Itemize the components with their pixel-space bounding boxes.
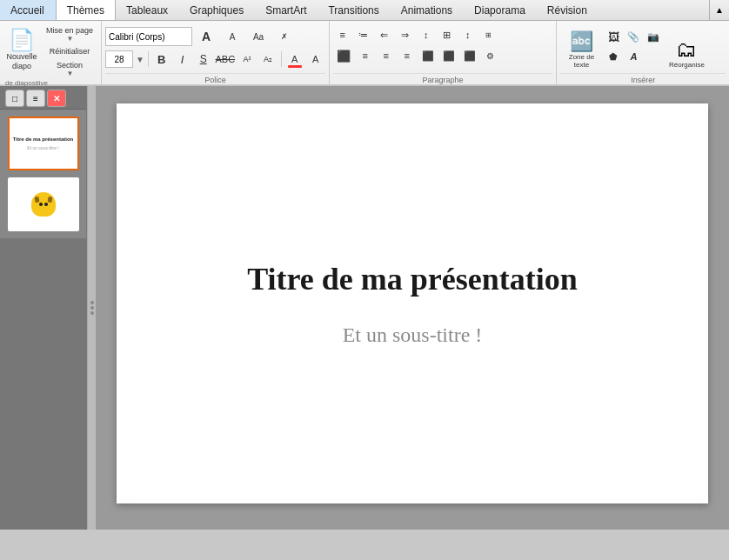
sidebar-panel-buttons: □ ≡ ✕ <box>0 86 87 110</box>
scroll-dot-2 <box>90 306 94 310</box>
menu-transitions[interactable]: Transitions <box>318 0 390 20</box>
font-theme-btn[interactable]: Aa <box>246 25 271 48</box>
ribbon-group-police: A A Aa ✗ ▼ B I S ABC A² A₂ <box>102 21 330 84</box>
ribbon: 📄 Nouvellediapo Mise en page ▼ Réinitial… <box>0 21 729 86</box>
indent-increase-btn[interactable]: ⇒ <box>396 25 415 44</box>
align-justify-btn[interactable]: ≡ <box>398 46 417 65</box>
panel-view-btn-list[interactable]: ≡ <box>26 90 45 107</box>
insert-shapes-btn[interactable]: ⬟ <box>604 47 623 66</box>
reorganize-button[interactable]: 🗂 Réorganise <box>665 25 708 72</box>
scroll-dot-1 <box>90 301 94 304</box>
ribbon-group-diapositives: 📄 Nouvellediapo Mise en page ▼ Réinitial… <box>0 21 102 84</box>
font-size-input[interactable] <box>105 50 133 68</box>
insert-picture-btn[interactable]: 🖼 <box>604 27 623 46</box>
slide-thumb-2-inner <box>10 179 77 230</box>
textbox-icon: 🔤 <box>570 31 593 52</box>
font-size-up[interactable]: A <box>220 25 244 48</box>
line-spacing-btn[interactable]: ↕ <box>458 25 478 44</box>
separator-2 <box>281 51 282 67</box>
italic-button[interactable]: I <box>173 50 192 69</box>
eye-left <box>39 203 43 206</box>
reorganize-icon: 🗂 <box>676 39 697 60</box>
align-bottom-btn[interactable]: ⬛ <box>460 46 479 65</box>
slide-panel: Titre de ma présentation Et un sous-titr… <box>96 86 729 530</box>
subscript-button[interactable]: A₂ <box>258 50 278 69</box>
slides-sidebar: 1 Titre de ma présentation Et un sous-ti… <box>0 110 87 238</box>
strikethrough-button[interactable]: ABC <box>215 50 236 69</box>
insert-clip-btn[interactable]: 📎 <box>624 27 643 46</box>
new-slide-button[interactable]: 📄 Nouvellediapo <box>3 25 40 77</box>
indent-decrease-btn[interactable]: ⇐ <box>375 25 394 44</box>
menu-graphiques[interactable]: Graphiques <box>179 0 255 20</box>
textbox-button[interactable]: 🔤 Zone de texte <box>560 25 602 72</box>
ear-right <box>47 197 52 203</box>
inserer-controls: 🔤 Zone de texte 🖼 📎 📷 ⬟ A <box>560 23 726 73</box>
bold-button[interactable]: B <box>152 50 171 69</box>
panel-close-btn[interactable]: ✕ <box>47 90 66 107</box>
numbered-list-btn[interactable]: ≔ <box>354 25 373 44</box>
bullet-list-btn[interactable]: ≡ <box>333 25 352 44</box>
align-top-btn[interactable]: ⬛ <box>418 46 438 65</box>
eye-right <box>44 203 48 206</box>
section-button[interactable]: Section ▼ <box>42 61 97 77</box>
slide-canvas[interactable]: Titre de ma présentation Et un sous-titr… <box>117 103 708 503</box>
scroll-dot-3 <box>90 311 94 315</box>
ribbon-top: 📄 Nouvellediapo Mise en page ▼ Réinitial… <box>0 21 729 85</box>
font-size-down[interactable]: A <box>194 25 218 48</box>
insert-photo-btn[interactable]: 📷 <box>644 27 663 46</box>
resize-handle[interactable] <box>87 86 96 530</box>
ribbon-group-paragraphe: ≡ ≔ ⇐ ⇒ ↕ ⊞ ↕ ⊞ ⬛ ≡ ≡ ≡ ⬛ ⬛ ⬛ ⚙ <box>330 21 558 84</box>
slide-thumb-2[interactable] <box>8 177 79 231</box>
slide-title: Titre de ma présentation <box>247 261 578 297</box>
panel-view-btn-outline[interactable]: □ <box>5 90 24 107</box>
thumb-1-title: Titre de ma présentation <box>13 137 74 143</box>
menu-smartart[interactable]: SmartArt <box>255 0 318 20</box>
police-group-label: Police <box>105 73 325 84</box>
align-center-btn[interactable]: ≡ <box>356 46 375 65</box>
diapositives-controls: 📄 Nouvellediapo Mise en page ▼ Réinitial… <box>3 23 97 89</box>
font-size-arrow[interactable]: ▼ <box>136 55 144 64</box>
new-slide-label: Nouvellediapo <box>6 52 37 71</box>
smartart-convert-btn[interactable]: ⚙ <box>481 46 500 65</box>
menu-animations[interactable]: Animations <box>391 0 464 20</box>
reorganize-label: Réorganise <box>669 62 705 70</box>
separator-1 <box>148 51 149 67</box>
slides-panel: □ ≡ ✕ 1 Titre de ma présentation Et un s… <box>0 86 87 530</box>
align-middle-btn[interactable]: ⬛ <box>439 46 458 65</box>
menu-bar: Accueil Thèmes Tableaux Graphiques Smart… <box>0 0 729 21</box>
layout-button[interactable]: Mise en page ▼ <box>42 26 97 42</box>
menu-revision[interactable]: Révision <box>537 0 599 20</box>
menu-themes[interactable]: Thèmes <box>56 0 116 20</box>
columns-btn[interactable]: ⊞ <box>438 25 457 44</box>
thumb-1-subtitle: Et un sous-titre ! <box>27 145 58 150</box>
menu-tableaux[interactable]: Tableaux <box>116 0 179 20</box>
slide-thumb-1-inner: Titre de ma présentation Et un sous-titr… <box>10 118 77 169</box>
insert-wordart-btn[interactable]: A <box>624 47 643 66</box>
textbox-label: Zone de texte <box>561 54 601 70</box>
text-direction-btn[interactable]: ↕ <box>417 25 436 44</box>
paragraphe-controls: ≡ ≔ ⇐ ⇒ ↕ ⊞ ↕ ⊞ ⬛ ≡ ≡ ≡ ⬛ ⬛ ⬛ ⚙ <box>333 23 553 73</box>
paragraphe-group-label: Paragraphe <box>333 73 553 84</box>
inserer-group-label: Insérer <box>560 73 726 84</box>
main-area: □ ≡ ✕ 1 Titre de ma présentation Et un s… <box>0 86 729 530</box>
font-family-select[interactable] <box>105 27 192 46</box>
reset-button[interactable]: Réinitialiser <box>42 43 97 59</box>
new-slide-icon: 📄 <box>9 30 35 50</box>
menu-accueil[interactable]: Accueil <box>0 0 56 20</box>
slide-subtitle: Et un sous-titre ! <box>343 323 483 347</box>
thumb-2-image <box>31 192 56 217</box>
menu-expand-arrow[interactable]: ▲ <box>709 0 729 20</box>
font-color-btn[interactable]: A <box>285 50 304 69</box>
underline-button[interactable]: S <box>194 50 213 69</box>
ear-left <box>34 197 39 203</box>
align-right-btn[interactable]: ≡ <box>377 46 396 65</box>
align-left-btn[interactable]: ⬛ <box>333 46 354 65</box>
font-clear-btn[interactable]: ✗ <box>272 25 297 48</box>
police-controls: A A Aa ✗ ▼ B I S ABC A² A₂ <box>105 23 325 73</box>
ribbon-group-inserer: 🔤 Zone de texte 🖼 📎 📷 ⬟ A <box>557 21 729 84</box>
slide-thumb-1[interactable]: Titre de ma présentation Et un sous-titr… <box>8 117 79 170</box>
menu-diaporama[interactable]: Diaporama <box>464 0 537 20</box>
text-highlight-btn[interactable]: A <box>306 50 325 69</box>
para-expand-btn[interactable]: ⊞ <box>479 25 498 44</box>
superscript-button[interactable]: A² <box>237 50 257 69</box>
